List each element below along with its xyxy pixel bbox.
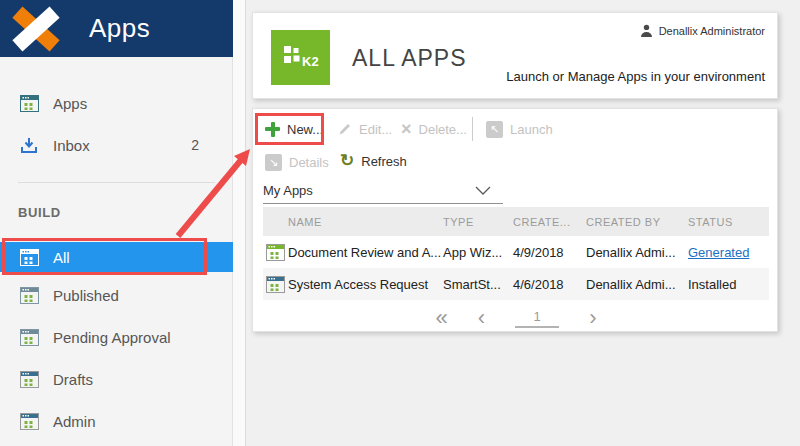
my-apps-select[interactable]: My Apps [263,178,503,204]
inbox-icon [20,137,40,154]
sidebar-item-label: Inbox [53,137,90,154]
build-section-label: BUILD [18,205,61,220]
sidebar-item-label: Admin [53,413,96,430]
apps-table: NAME TYPE CREATE... CREATED BY STATUS Do… [263,207,769,300]
first-page-button[interactable]: « [436,308,448,328]
cell-type: App Wiz... [443,245,513,260]
toolbar-divider [472,117,473,141]
cell-created-by: Denallix Admi... [586,245,688,260]
new-button-label: New... [287,122,323,137]
column-header-name[interactable]: NAME [288,216,443,228]
my-apps-select-value: My Apps [263,183,313,198]
sidebar-item-label: Apps [53,95,87,112]
previous-page-button[interactable]: ‹ [478,308,485,328]
header-card: K2 ALL APPS Denallix Administrator Launc… [252,12,778,99]
next-page-button[interactable]: › [589,308,596,328]
sidebar-scrollbar[interactable] [233,0,246,446]
cell-name: System Access Request [288,277,443,292]
window-icon [20,287,40,304]
sidebar-item-admin[interactable]: Admin [0,407,233,435]
window-icon [20,413,40,430]
column-header-created[interactable]: CREATE... [513,216,586,228]
sidebar-item-apps[interactable]: Apps [0,89,233,117]
sidebar-item-published[interactable]: Published [0,281,233,309]
plus-icon [265,122,280,137]
user-info[interactable]: Denallix Administrator [640,24,765,37]
k2-x-logo-icon [9,6,63,52]
window-icon [20,249,40,266]
sidebar-item-all[interactable]: All [0,242,233,272]
column-header-created-by[interactable]: CREATED BY [586,216,688,228]
launch-button-label: Launch [510,122,553,137]
sidebar: Apps Apps Inbox 2 BUILD All Published Pe… [0,0,233,446]
sidebar-item-drafts[interactable]: Drafts [0,365,233,393]
details-icon: ↘ [265,154,282,171]
sidebar-item-label: Pending Approval [53,329,171,346]
delete-button-label: Delete... [419,122,467,137]
launch-button[interactable]: ↖ Launch [486,118,553,140]
cell-status: Installed [688,277,769,292]
table-header-row: NAME TYPE CREATE... CREATED BY STATUS [263,207,769,236]
details-button-label: Details [289,155,329,170]
cell-name: Document Review and A... [288,245,443,260]
delete-button[interactable]: × Delete... [401,118,467,140]
window-icon [20,329,40,346]
content-card: New... Edit... × Delete... ↖ Launch ↘ De… [252,108,778,332]
sidebar-item-label: Published [53,287,119,304]
cell-created-by: Denallix Admi... [586,277,688,292]
pagination: « ‹ 1 › [263,303,769,333]
window-icon [263,244,288,261]
user-name: Denallix Administrator [659,25,765,37]
k2-app-logo: K2 [271,30,330,85]
pencil-icon [338,122,352,136]
column-header-status[interactable]: STATUS [688,216,769,228]
cell-type: SmartSt... [443,277,513,292]
sidebar-header: Apps [0,0,233,57]
sidebar-item-inbox[interactable]: Inbox 2 [0,131,233,159]
cell-created: 4/9/2018 [513,245,586,260]
page-subtitle: Launch or Manage Apps in your environmen… [506,69,765,84]
sidebar-item-label: Drafts [53,371,93,388]
page-title: ALL APPS [352,45,467,72]
refresh-button[interactable]: ↻ Refresh [340,150,407,172]
status-link-generated[interactable]: Generated [688,245,749,260]
details-button[interactable]: ↘ Details [265,151,329,173]
refresh-icon: ↻ [340,153,354,169]
chevron-down-icon [475,186,491,195]
refresh-button-label: Refresh [361,154,407,169]
k2-logo-text: K2 [302,54,319,69]
window-icon [263,276,288,293]
window-icon [20,95,40,112]
edit-button[interactable]: Edit... [338,118,392,140]
page-number-input[interactable]: 1 [515,309,559,328]
edit-button-label: Edit... [359,122,392,137]
table-row[interactable]: System Access Request SmartSt... 4/6/201… [263,268,769,300]
sidebar-divider [18,182,215,183]
window-icon [20,371,40,388]
person-icon [640,24,653,37]
inbox-count-badge: 2 [191,137,199,153]
launch-icon: ↖ [486,121,503,138]
sidebar-item-label: All [53,249,70,266]
new-button[interactable]: New... [265,118,323,140]
cell-created: 4/6/2018 [513,277,586,292]
table-row[interactable]: Document Review and A... App Wiz... 4/9/… [263,236,769,268]
app-title: Apps [89,13,150,44]
column-header-type[interactable]: TYPE [443,216,513,228]
x-icon: × [401,122,412,137]
sidebar-item-pending-approval[interactable]: Pending Approval [0,323,233,351]
